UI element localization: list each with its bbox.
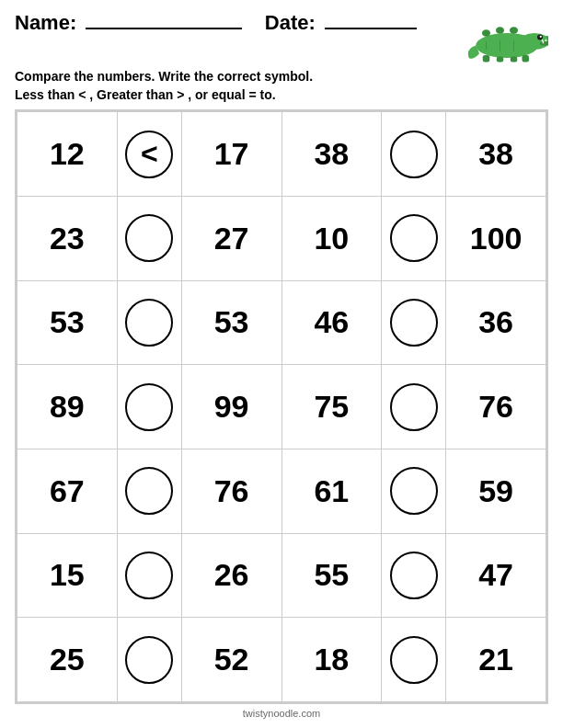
left-circle-cell[interactable]: < — [117, 112, 181, 197]
right-symbol-circle — [390, 636, 438, 684]
right-num2: 38 — [446, 112, 546, 197]
right-circle-cell[interactable] — [382, 280, 446, 365]
table-row: 67766159 — [17, 449, 546, 533]
left-num2: 76 — [181, 449, 282, 533]
right-num2: 59 — [446, 449, 546, 533]
right-num2: 76 — [446, 365, 546, 449]
left-num2: 53 — [181, 280, 282, 365]
svg-rect-16 — [523, 55, 530, 63]
right-circle-cell[interactable] — [382, 365, 446, 449]
instruction-line2: Less than < , Greater than > , or equal … — [15, 86, 548, 105]
left-num2: 26 — [181, 533, 282, 618]
instructions: Compare the numbers. Write the correct s… — [15, 68, 548, 104]
right-symbol-circle — [390, 131, 438, 178]
left-num1: 25 — [17, 618, 118, 702]
left-num2: 52 — [181, 618, 282, 702]
name-input-line — [86, 28, 242, 29]
left-circle-cell[interactable] — [117, 533, 181, 618]
right-num2: 47 — [446, 533, 546, 618]
right-circle-cell[interactable] — [382, 196, 446, 280]
left-num1: 12 — [17, 112, 118, 197]
right-symbol-circle — [390, 214, 438, 262]
left-symbol-circle — [125, 214, 173, 262]
left-symbol-circle: < — [125, 131, 173, 178]
left-num2: 99 — [181, 365, 282, 449]
header-row: Name: Date: — [15, 11, 548, 66]
svg-point-5 — [540, 36, 542, 38]
footer-text: twistynoodle.com — [243, 708, 320, 719]
name-date-line: Name: Date: — [15, 11, 465, 35]
footer: twistynoodle.com — [15, 704, 548, 721]
right-symbol-circle — [390, 552, 438, 599]
left-num2: 17 — [181, 112, 282, 197]
left-num1: 53 — [17, 280, 118, 365]
left-circle-cell[interactable] — [117, 280, 181, 365]
left-num1: 23 — [17, 196, 118, 280]
table-row: 53534636 — [17, 280, 546, 365]
right-num1: 10 — [282, 196, 382, 280]
right-symbol-circle — [390, 383, 438, 431]
left-circle-cell[interactable] — [117, 365, 181, 449]
right-symbol-circle — [390, 467, 438, 515]
left-circle-cell[interactable] — [117, 618, 181, 702]
svg-rect-14 — [497, 57, 504, 63]
date-input-line — [325, 28, 417, 29]
left-symbol-circle — [125, 299, 173, 347]
table-row: 89997576 — [17, 365, 546, 449]
svg-point-10 — [482, 29, 490, 37]
name-label: Name: — [15, 11, 76, 34]
svg-rect-15 — [511, 57, 518, 63]
date-label: Date: — [265, 11, 316, 34]
right-num1: 18 — [282, 618, 382, 702]
right-circle-cell[interactable] — [382, 533, 446, 618]
comparison-table: 12<1738382327101005353463689997576677661… — [17, 111, 546, 702]
left-symbol-circle — [125, 383, 173, 431]
table-row: 232710100 — [17, 196, 546, 280]
right-circle-cell[interactable] — [382, 449, 446, 533]
left-circle-cell[interactable] — [117, 449, 181, 533]
left-num2: 27 — [181, 196, 282, 280]
right-circle-cell[interactable] — [382, 112, 446, 197]
right-num1: 38 — [282, 112, 382, 197]
svg-point-11 — [496, 27, 504, 34]
right-symbol-circle — [390, 299, 438, 347]
left-circle-cell[interactable] — [117, 196, 181, 280]
comparison-table-container: 12<1738382327101005353463689997576677661… — [15, 109, 548, 704]
right-num1: 75 — [282, 365, 382, 449]
table-row: 12<173838 — [17, 112, 546, 197]
left-num1: 89 — [17, 365, 118, 449]
instruction-line1: Compare the numbers. Write the correct s… — [15, 68, 548, 86]
left-num1: 15 — [17, 533, 118, 618]
right-num1: 61 — [282, 449, 382, 533]
right-num2: 100 — [446, 196, 546, 280]
page: Name: Date: — [0, 0, 563, 728]
svg-rect-3 — [540, 41, 548, 46]
right-circle-cell[interactable] — [382, 618, 446, 702]
table-row: 15265547 — [17, 533, 546, 618]
left-symbol-circle — [125, 467, 173, 515]
left-symbol-circle — [125, 636, 173, 684]
svg-point-12 — [510, 27, 518, 34]
right-num2: 36 — [446, 280, 546, 365]
left-num1: 67 — [17, 449, 118, 533]
right-num1: 55 — [282, 533, 382, 618]
right-num1: 46 — [282, 280, 382, 365]
svg-rect-13 — [483, 55, 490, 63]
table-row: 25521821 — [17, 618, 546, 702]
right-num2: 21 — [446, 618, 546, 702]
crocodile-icon — [465, 11, 548, 66]
left-symbol-circle — [125, 552, 173, 599]
